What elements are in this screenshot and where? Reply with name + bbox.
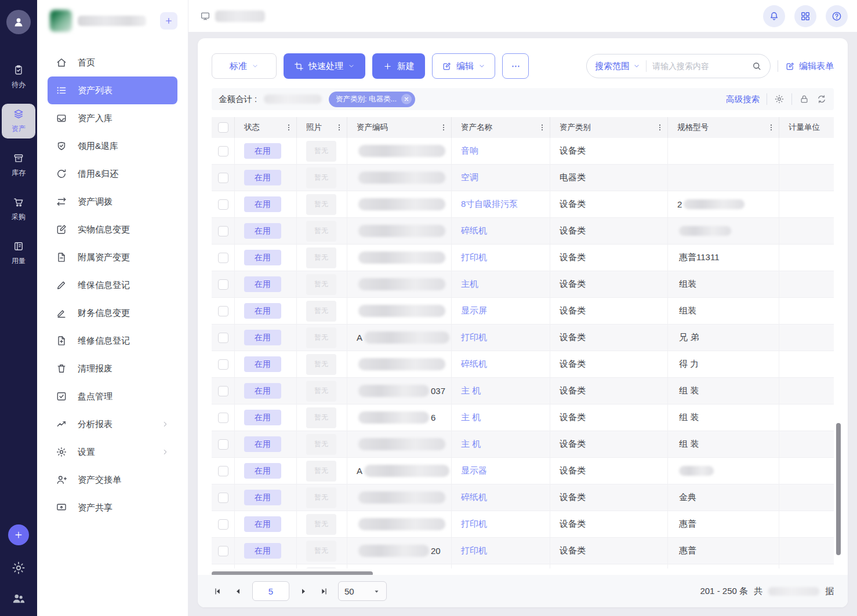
asset-name-link[interactable]: 主机 (461, 279, 478, 290)
module-item[interactable]: 采购 (2, 192, 35, 227)
sidebar-menu-item[interactable]: 资产交接单 (48, 466, 177, 494)
asset-name-link[interactable]: 显示器 (461, 465, 487, 476)
sidebar-menu-item[interactable]: 借用&归还 (48, 160, 177, 188)
table-row[interactable]: 在用 暂无 显示屏 (212, 298, 834, 325)
more-actions-button[interactable] (502, 53, 529, 79)
sidebar-menu-item[interactable]: 设置 (48, 438, 177, 466)
current-page-box[interactable]: 5 (252, 581, 289, 601)
notifications-button[interactable] (763, 5, 785, 27)
view-mode-dropdown[interactable]: 标准 (212, 53, 277, 79)
asset-name-link[interactable]: 主 机 (461, 385, 481, 396)
column-header[interactable]: 计量单位 (779, 117, 834, 138)
row-checkbox[interactable] (218, 226, 228, 236)
table-row[interactable]: 在用 暂无 037 主 机 (212, 378, 834, 404)
sidebar-menu-item[interactable]: 实物信息变更 (48, 216, 177, 243)
row-checkbox[interactable] (218, 173, 228, 183)
page-size-select[interactable]: 50 (338, 581, 387, 601)
row-checkbox[interactable] (218, 199, 228, 210)
search-icon[interactable] (751, 61, 762, 71)
asset-name-link[interactable]: 碎纸机 (461, 359, 487, 370)
vertical-scrollbar-thumb[interactable] (836, 423, 841, 555)
sidebar-menu-item[interactable]: 维保信息登记 (48, 271, 177, 299)
row-checkbox[interactable] (218, 333, 228, 343)
user-avatar[interactable] (6, 10, 31, 34)
row-checkbox[interactable] (218, 146, 228, 156)
table-row[interactable]: 在用 暂无 主机 (212, 271, 834, 298)
table-row[interactable]: 在用 暂无 音响 (212, 138, 834, 165)
column-header[interactable]: 规格型号 (668, 117, 779, 138)
column-header[interactable]: 状态 (235, 117, 297, 138)
apps-button[interactable] (794, 5, 816, 27)
sidebar-menu-item[interactable]: 资产调拨 (48, 188, 177, 216)
previous-page-button[interactable] (232, 585, 244, 597)
column-menu-icon[interactable] (285, 123, 293, 132)
row-checkbox[interactable] (218, 439, 228, 450)
remove-filter-button[interactable] (401, 94, 412, 104)
quick-add-button[interactable] (8, 524, 29, 545)
row-checkbox[interactable] (218, 386, 228, 396)
edit-dropdown-button[interactable]: 编辑 (432, 53, 495, 79)
column-header[interactable]: 资产名称 (452, 117, 550, 138)
module-item[interactable]: 库存 (2, 148, 35, 183)
table-row[interactable]: 在用 暂无 6 主 机 (212, 404, 834, 431)
row-checkbox[interactable] (218, 466, 228, 476)
column-menu-icon[interactable] (767, 123, 775, 132)
edit-form-button[interactable]: 编辑表单 (785, 61, 834, 72)
quick-process-button[interactable]: 快速处理 (284, 53, 365, 79)
asset-name-link[interactable]: 碎纸机 (461, 225, 487, 236)
table-row[interactable]: 在用 暂无 8寸自吸排污泵 (212, 191, 834, 218)
table-row[interactable]: 在用 暂无 打印机 (212, 511, 834, 538)
last-page-button[interactable] (318, 585, 330, 597)
table-row[interactable]: 在用 暂无 (212, 564, 834, 568)
table-row[interactable]: 在用 暂无 A 显示器 (212, 458, 834, 484)
table-row[interactable]: 在用 暂无 打印机 (212, 245, 834, 271)
sidebar-menu-item[interactable]: 附属资产变更 (48, 243, 177, 271)
lock-columns-button[interactable] (799, 94, 809, 104)
table-row[interactable]: 在用 暂无 A 打印机 (212, 325, 834, 351)
search-scope-dropdown[interactable]: 搜索范围 (595, 61, 640, 72)
row-checkbox[interactable] (218, 519, 228, 530)
filter-chip[interactable]: 资产类别: 电器类... (329, 92, 415, 107)
settings-button[interactable] (11, 560, 26, 575)
sidebar-menu-item[interactable]: 资产入库 (48, 104, 177, 132)
row-checkbox[interactable] (218, 413, 228, 423)
next-page-button[interactable] (297, 585, 310, 597)
asset-name-link[interactable]: 碎纸机 (461, 492, 487, 503)
advanced-search-link[interactable]: 高级搜索 (726, 94, 760, 105)
asset-name-link[interactable]: 空调 (461, 172, 478, 183)
sidebar-menu-item[interactable]: 分析报表 (48, 410, 177, 438)
table-row[interactable]: 在用 暂无 碎纸机 (212, 484, 834, 511)
sidebar-menu-item[interactable]: 财务信息变更 (48, 299, 177, 327)
sidebar-menu-item[interactable]: 资产列表 (48, 76, 177, 104)
row-checkbox[interactable] (218, 359, 228, 370)
column-menu-icon[interactable] (335, 123, 343, 132)
search-input[interactable] (652, 61, 746, 71)
asset-name-link[interactable]: 主 机 (461, 412, 481, 423)
select-all-checkbox[interactable] (218, 122, 228, 133)
sidebar-menu-item[interactable]: 清理报废 (48, 355, 177, 382)
add-button[interactable] (160, 12, 177, 30)
asset-name-link[interactable]: 显示屏 (461, 305, 487, 316)
row-checkbox[interactable] (218, 279, 228, 290)
row-checkbox[interactable] (218, 306, 228, 316)
contacts-button[interactable] (11, 591, 26, 606)
asset-name-link[interactable]: 主 机 (461, 439, 481, 450)
module-item[interactable]: 待办 (2, 60, 35, 94)
table-row[interactable]: 在用 暂无 碎纸机 (212, 351, 834, 378)
column-menu-icon[interactable] (656, 123, 664, 132)
sidebar-menu-item[interactable]: 维修信息登记 (48, 327, 177, 355)
sidebar-menu-item[interactable]: 首页 (48, 49, 177, 76)
row-checkbox[interactable] (218, 493, 228, 503)
asset-name-link[interactable]: 打印机 (461, 252, 487, 263)
column-header[interactable]: 照片 (297, 117, 347, 138)
table-row[interactable]: 在用 暂无 主 机 (212, 431, 834, 458)
column-menu-icon[interactable] (440, 123, 448, 132)
sidebar-menu-item[interactable]: 资产共享 (48, 494, 177, 522)
column-header[interactable]: 资产编码 (347, 117, 452, 138)
table-row[interactable]: 在用 暂无 20 打印机 (212, 538, 834, 564)
asset-name-link[interactable]: 打印机 (461, 545, 487, 556)
column-menu-icon[interactable] (538, 123, 546, 132)
module-item[interactable]: 用量 (2, 236, 35, 271)
asset-name-link[interactable]: 打印机 (461, 332, 487, 343)
asset-name-link[interactable]: 8寸自吸排污泵 (461, 199, 518, 210)
